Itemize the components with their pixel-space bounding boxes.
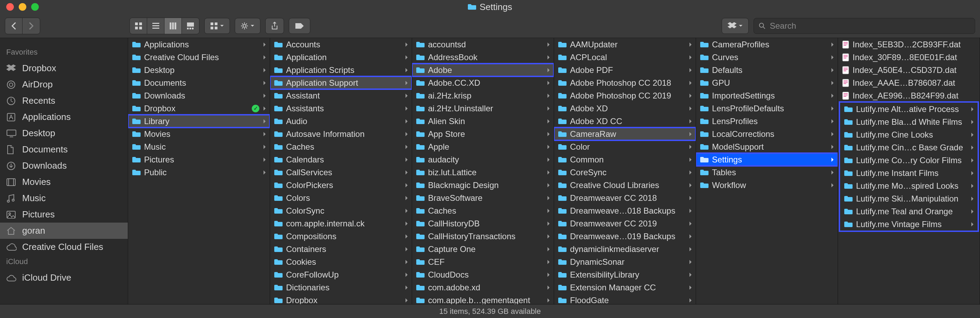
sidebar-item[interactable]: goran	[0, 223, 128, 239]
folder-row[interactable]: DynamicSonar	[554, 255, 696, 268]
folder-row[interactable]: Lutify.me Teal and Orange	[840, 205, 978, 218]
folder-row[interactable]: LocalCorrections	[696, 128, 838, 140]
share-button[interactable]	[265, 18, 284, 34]
folder-row[interactable]: Caches	[270, 140, 412, 153]
folder-row[interactable]: Common	[554, 153, 696, 166]
folder-row[interactable]: LensProfiles	[696, 115, 838, 128]
folder-row[interactable]: Applications	[128, 38, 270, 51]
folder-row[interactable]: CallServices	[270, 166, 412, 179]
sidebar-item[interactable]: Dropbox	[0, 60, 128, 76]
folder-row[interactable]: Workflow	[696, 179, 838, 191]
folder-row[interactable]: Apple	[412, 140, 554, 153]
folder-row[interactable]: GPU	[696, 76, 838, 89]
folder-row[interactable]: accountsd	[412, 38, 554, 51]
folder-row[interactable]: Music	[128, 140, 270, 153]
sidebar-item[interactable]: Music	[0, 190, 128, 206]
folder-row[interactable]: Adobe Photoshop CC 2018	[554, 76, 696, 89]
folder-row[interactable]: ai.2Hz.krisp	[412, 89, 554, 102]
icon-view-button[interactable]	[130, 18, 147, 34]
folder-row[interactable]: Lutify.me Vintage Films	[840, 218, 978, 231]
folder-row[interactable]: FloodGate	[554, 294, 696, 304]
folder-row[interactable]: dynamiclinkmediaserver	[554, 243, 696, 255]
folder-row[interactable]: ImportedSettings	[696, 89, 838, 102]
folder-row[interactable]: Cookies	[270, 255, 412, 268]
folder-row[interactable]: Assistant	[270, 89, 412, 102]
sidebar-item[interactable]: Documents	[0, 141, 128, 158]
sidebar-item[interactable]: AirDrop	[0, 76, 128, 93]
folder-row[interactable]: audacity	[412, 153, 554, 166]
folder-row[interactable]: Blackmagic Design	[412, 179, 554, 191]
minimize-window-button[interactable]	[19, 3, 26, 11]
folder-row[interactable]: Documents	[128, 76, 270, 89]
sidebar-item[interactable]: Creative Cloud Files	[0, 239, 128, 255]
group-by-button[interactable]	[204, 18, 230, 34]
folder-row[interactable]: Dropbox✓	[128, 102, 270, 115]
folder-row[interactable]: LensProfileDefaults	[696, 102, 838, 115]
folder-row[interactable]: Calendars	[270, 153, 412, 166]
folder-row[interactable]: biz.lut.Lattice	[412, 166, 554, 179]
folder-row[interactable]: Settings	[696, 153, 838, 166]
folder-row[interactable]: CEF	[412, 255, 554, 268]
folder-row[interactable]: ACPLocal	[554, 51, 696, 63]
folder-row[interactable]: Dreamweaver CC 2018	[554, 191, 696, 204]
folder-row[interactable]: Colors	[270, 191, 412, 204]
folder-row[interactable]: Audio	[270, 115, 412, 128]
folder-row[interactable]: CoreSync	[554, 166, 696, 179]
folder-row[interactable]: BraveSoftware	[412, 191, 554, 204]
action-menu-button[interactable]	[235, 18, 261, 34]
folder-row[interactable]: ColorSync	[270, 204, 412, 217]
folder-row[interactable]: Lutify.me Cine Looks	[840, 128, 978, 141]
folder-row[interactable]: Color	[554, 140, 696, 153]
folder-row[interactable]: Autosave Information	[270, 128, 412, 140]
folder-row[interactable]: CameraRaw	[554, 128, 696, 140]
folder-row[interactable]: Curves	[696, 51, 838, 63]
folder-row[interactable]: Lutify.me Co…ry Color Films	[840, 154, 978, 167]
folder-row[interactable]: Creative Cloud Files	[128, 51, 270, 63]
sidebar-item[interactable]: Pictures	[0, 206, 128, 223]
folder-row[interactable]: Assistants	[270, 102, 412, 115]
sidebar-item[interactable]: Movies	[0, 174, 128, 190]
folder-row[interactable]: AAMUpdater	[554, 38, 696, 51]
folder-row[interactable]: CameraProfiles	[696, 38, 838, 51]
folder-row[interactable]: Adobe Photoshop CC 2019	[554, 89, 696, 102]
zoom-window-button[interactable]	[31, 3, 39, 11]
folder-row[interactable]: Library	[128, 115, 270, 128]
column-view-button[interactable]	[164, 18, 182, 34]
folder-row[interactable]: Tables	[696, 166, 838, 179]
folder-row[interactable]: Downloads	[128, 89, 270, 102]
folder-row[interactable]: Alien Skin	[412, 115, 554, 128]
folder-row[interactable]: Adobe	[412, 63, 554, 76]
folder-row[interactable]: com.apple.internal.ck	[270, 217, 412, 230]
sidebar-item[interactable]: Applications	[0, 109, 128, 125]
file-row[interactable]: Index_A50E4…C5D37D.dat	[838, 63, 980, 76]
folder-row[interactable]: Creative Cloud Libraries	[554, 179, 696, 191]
folder-row[interactable]: Dropbox	[270, 294, 412, 304]
folder-row[interactable]: Movies	[128, 128, 270, 140]
folder-row[interactable]: Defaults	[696, 63, 838, 76]
folder-row[interactable]: Application Support	[270, 76, 412, 89]
folder-row[interactable]: ColorPickers	[270, 179, 412, 191]
folder-row[interactable]: Dreamweave…018 Backups	[554, 204, 696, 217]
folder-row[interactable]: App Store	[412, 128, 554, 140]
tags-button[interactable]	[289, 18, 310, 34]
gallery-view-button[interactable]	[182, 18, 199, 34]
folder-row[interactable]: Dreamweave…019 Backups	[554, 230, 696, 243]
folder-row[interactable]: CoreFollowUp	[270, 268, 412, 281]
folder-row[interactable]: Lutify.me Alt…ative Process	[840, 103, 978, 115]
folder-row[interactable]: Lutify.me Mo…spired Looks	[840, 179, 978, 192]
search-input[interactable]	[770, 21, 970, 31]
folder-row[interactable]: Lutify.me Cin…c Base Grade	[840, 141, 978, 154]
folder-row[interactable]: Dreamweaver CC 2019	[554, 217, 696, 230]
folder-row[interactable]: Pictures	[128, 153, 270, 166]
folder-row[interactable]: Adobe XD CC	[554, 115, 696, 128]
folder-row[interactable]: Application Scripts	[270, 63, 412, 76]
list-view-button[interactable]	[147, 18, 164, 34]
folder-row[interactable]: ModelSupport	[696, 140, 838, 153]
folder-row[interactable]: com.apple.b…gementagent	[412, 294, 554, 304]
folder-row[interactable]: CallHistoryTransactions	[412, 230, 554, 243]
folder-row[interactable]: ExtensibilityLibrary	[554, 268, 696, 281]
back-button[interactable]	[5, 18, 22, 34]
folder-row[interactable]: Accounts	[270, 38, 412, 51]
search-field[interactable]	[754, 18, 975, 34]
sidebar-item[interactable]: iCloud Drive	[0, 270, 128, 286]
